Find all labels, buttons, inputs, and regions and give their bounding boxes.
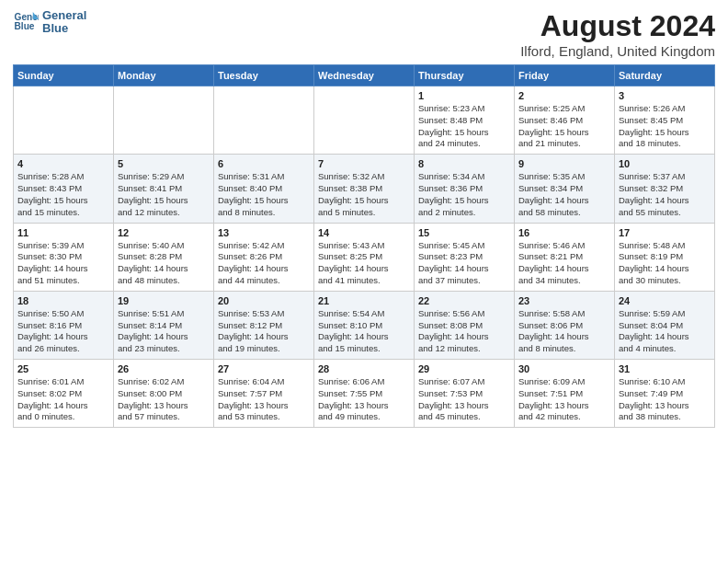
day-number: 31 bbox=[619, 363, 711, 374]
table-row bbox=[14, 86, 114, 155]
table-row: 30Sunrise: 6:09 AMSunset: 7:51 PMDayligh… bbox=[515, 360, 615, 428]
title-block: August 2024 Ilford, England, United King… bbox=[520, 9, 715, 59]
table-row: 5Sunrise: 5:29 AMSunset: 8:41 PMDaylight… bbox=[114, 155, 214, 223]
day-info: Sunrise: 5:28 AMSunset: 8:43 PMDaylight:… bbox=[17, 171, 109, 218]
calendar-week-row: 1Sunrise: 5:23 AMSunset: 8:48 PMDaylight… bbox=[14, 86, 715, 155]
day-number: 28 bbox=[318, 363, 410, 374]
calendar-week-row: 18Sunrise: 5:50 AMSunset: 8:16 PMDayligh… bbox=[14, 291, 715, 359]
day-info: Sunrise: 6:09 AMSunset: 7:51 PMDaylight:… bbox=[518, 376, 610, 423]
day-info: Sunrise: 5:48 AMSunset: 8:19 PMDaylight:… bbox=[619, 240, 711, 287]
table-row: 17Sunrise: 5:48 AMSunset: 8:19 PMDayligh… bbox=[615, 223, 715, 291]
day-info: Sunrise: 6:10 AMSunset: 7:49 PMDaylight:… bbox=[619, 376, 711, 423]
day-number: 26 bbox=[118, 363, 210, 374]
day-number: 27 bbox=[218, 363, 310, 374]
table-row: 15Sunrise: 5:45 AMSunset: 8:23 PMDayligh… bbox=[415, 223, 515, 291]
col-thursday: Thursday bbox=[415, 65, 515, 86]
day-info: Sunrise: 5:56 AMSunset: 8:08 PMDaylight:… bbox=[418, 308, 510, 355]
table-row bbox=[214, 86, 314, 155]
day-number: 16 bbox=[518, 227, 610, 238]
day-info: Sunrise: 5:50 AMSunset: 8:16 PMDaylight:… bbox=[17, 308, 109, 355]
calendar-week-row: 4Sunrise: 5:28 AMSunset: 8:43 PMDaylight… bbox=[14, 155, 715, 223]
day-number: 1 bbox=[418, 90, 510, 101]
svg-text:Blue: Blue bbox=[15, 21, 35, 31]
day-number: 15 bbox=[418, 227, 510, 238]
day-info: Sunrise: 6:02 AMSunset: 8:00 PMDaylight:… bbox=[118, 376, 210, 423]
table-row: 9Sunrise: 5:35 AMSunset: 8:34 PMDaylight… bbox=[515, 155, 615, 223]
day-info: Sunrise: 5:43 AMSunset: 8:25 PMDaylight:… bbox=[318, 240, 410, 287]
header: General Blue General Blue August 2024 Il… bbox=[13, 9, 715, 59]
table-row: 11Sunrise: 5:39 AMSunset: 8:30 PMDayligh… bbox=[14, 223, 114, 291]
day-info: Sunrise: 6:01 AMSunset: 8:02 PMDaylight:… bbox=[17, 376, 109, 423]
table-row bbox=[114, 86, 214, 155]
day-info: Sunrise: 5:37 AMSunset: 8:32 PMDaylight:… bbox=[619, 171, 711, 218]
day-number: 13 bbox=[218, 227, 310, 238]
table-row: 27Sunrise: 6:04 AMSunset: 7:57 PMDayligh… bbox=[214, 360, 314, 428]
logo-line2: Blue bbox=[42, 22, 86, 35]
table-row: 14Sunrise: 5:43 AMSunset: 8:25 PMDayligh… bbox=[314, 223, 415, 291]
col-friday: Friday bbox=[515, 65, 615, 86]
day-info: Sunrise: 5:39 AMSunset: 8:30 PMDaylight:… bbox=[17, 240, 109, 287]
day-info: Sunrise: 5:53 AMSunset: 8:12 PMDaylight:… bbox=[218, 308, 310, 355]
day-number: 6 bbox=[218, 158, 310, 169]
day-info: Sunrise: 5:54 AMSunset: 8:10 PMDaylight:… bbox=[318, 308, 410, 355]
day-info: Sunrise: 5:25 AMSunset: 8:46 PMDaylight:… bbox=[518, 103, 610, 150]
day-number: 14 bbox=[318, 227, 410, 238]
table-row: 29Sunrise: 6:07 AMSunset: 7:53 PMDayligh… bbox=[415, 360, 515, 428]
table-row: 19Sunrise: 5:51 AMSunset: 8:14 PMDayligh… bbox=[114, 291, 214, 359]
day-number: 12 bbox=[118, 227, 210, 238]
table-row: 24Sunrise: 5:59 AMSunset: 8:04 PMDayligh… bbox=[615, 291, 715, 359]
day-info: Sunrise: 5:26 AMSunset: 8:45 PMDaylight:… bbox=[619, 103, 711, 150]
day-number: 24 bbox=[619, 295, 711, 306]
table-row: 21Sunrise: 5:54 AMSunset: 8:10 PMDayligh… bbox=[314, 291, 415, 359]
day-number: 21 bbox=[318, 295, 410, 306]
col-monday: Monday bbox=[114, 65, 214, 86]
day-info: Sunrise: 5:59 AMSunset: 8:04 PMDaylight:… bbox=[619, 308, 711, 355]
day-info: Sunrise: 5:34 AMSunset: 8:36 PMDaylight:… bbox=[418, 171, 510, 218]
day-info: Sunrise: 6:06 AMSunset: 7:55 PMDaylight:… bbox=[318, 376, 410, 423]
main-title: August 2024 bbox=[520, 9, 715, 43]
table-row: 12Sunrise: 5:40 AMSunset: 8:28 PMDayligh… bbox=[114, 223, 214, 291]
table-row: 3Sunrise: 5:26 AMSunset: 8:45 PMDaylight… bbox=[615, 86, 715, 155]
day-info: Sunrise: 5:31 AMSunset: 8:40 PMDaylight:… bbox=[218, 171, 310, 218]
table-row: 10Sunrise: 5:37 AMSunset: 8:32 PMDayligh… bbox=[615, 155, 715, 223]
logo-icon: General Blue bbox=[13, 9, 39, 35]
day-number: 22 bbox=[418, 295, 510, 306]
table-row: 25Sunrise: 6:01 AMSunset: 8:02 PMDayligh… bbox=[14, 360, 114, 428]
day-info: Sunrise: 5:23 AMSunset: 8:48 PMDaylight:… bbox=[418, 103, 510, 150]
subtitle: Ilford, England, United Kingdom bbox=[520, 43, 715, 59]
day-number: 19 bbox=[118, 295, 210, 306]
table-row: 8Sunrise: 5:34 AMSunset: 8:36 PMDaylight… bbox=[415, 155, 515, 223]
day-info: Sunrise: 5:40 AMSunset: 8:28 PMDaylight:… bbox=[118, 240, 210, 287]
day-info: Sunrise: 5:35 AMSunset: 8:34 PMDaylight:… bbox=[518, 171, 610, 218]
day-info: Sunrise: 5:42 AMSunset: 8:26 PMDaylight:… bbox=[218, 240, 310, 287]
calendar-header-row: Sunday Monday Tuesday Wednesday Thursday… bbox=[14, 65, 715, 86]
day-number: 11 bbox=[17, 227, 109, 238]
day-info: Sunrise: 5:32 AMSunset: 8:38 PMDaylight:… bbox=[318, 171, 410, 218]
day-number: 5 bbox=[118, 158, 210, 169]
calendar-week-row: 25Sunrise: 6:01 AMSunset: 8:02 PMDayligh… bbox=[14, 360, 715, 428]
table-row: 31Sunrise: 6:10 AMSunset: 7:49 PMDayligh… bbox=[615, 360, 715, 428]
col-tuesday: Tuesday bbox=[214, 65, 314, 86]
day-number: 29 bbox=[418, 363, 510, 374]
page-container: General Blue General Blue August 2024 Il… bbox=[0, 0, 728, 433]
day-number: 7 bbox=[318, 158, 410, 169]
day-number: 3 bbox=[619, 90, 711, 101]
table-row: 18Sunrise: 5:50 AMSunset: 8:16 PMDayligh… bbox=[14, 291, 114, 359]
day-number: 4 bbox=[17, 158, 109, 169]
day-number: 8 bbox=[418, 158, 510, 169]
table-row: 2Sunrise: 5:25 AMSunset: 8:46 PMDaylight… bbox=[515, 86, 615, 155]
table-row bbox=[314, 86, 415, 155]
day-info: Sunrise: 5:51 AMSunset: 8:14 PMDaylight:… bbox=[118, 308, 210, 355]
day-number: 2 bbox=[518, 90, 610, 101]
table-row: 6Sunrise: 5:31 AMSunset: 8:40 PMDaylight… bbox=[214, 155, 314, 223]
day-number: 25 bbox=[17, 363, 109, 374]
table-row: 26Sunrise: 6:02 AMSunset: 8:00 PMDayligh… bbox=[114, 360, 214, 428]
day-number: 17 bbox=[619, 227, 711, 238]
table-row: 23Sunrise: 5:58 AMSunset: 8:06 PMDayligh… bbox=[515, 291, 615, 359]
day-number: 10 bbox=[619, 158, 711, 169]
day-info: Sunrise: 5:46 AMSunset: 8:21 PMDaylight:… bbox=[518, 240, 610, 287]
day-info: Sunrise: 5:29 AMSunset: 8:41 PMDaylight:… bbox=[118, 171, 210, 218]
table-row: 1Sunrise: 5:23 AMSunset: 8:48 PMDaylight… bbox=[415, 86, 515, 155]
logo: General Blue General Blue bbox=[13, 9, 86, 36]
table-row: 13Sunrise: 5:42 AMSunset: 8:26 PMDayligh… bbox=[214, 223, 314, 291]
